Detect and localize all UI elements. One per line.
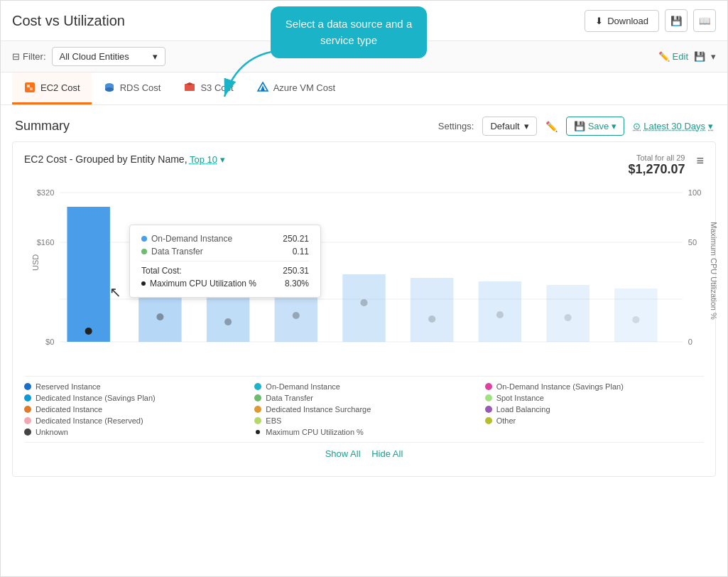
chevron-down-icon[interactable]: ▾ — [220, 154, 225, 165]
svg-text:$0: $0 — [45, 338, 54, 346]
tabs-bar: EC2 Cost RDS Cost S3 Cost — [1, 72, 727, 105]
save-dropdown-button[interactable]: 💾 Save ▾ — [566, 117, 625, 136]
tab-ec2-cost[interactable]: EC2 Cost — [12, 72, 92, 104]
data-transfer-dot — [141, 249, 147, 254]
tooltip-on-demand-row: On-Demand Instance 250.21 — [141, 234, 309, 244]
legend-dot-spot — [485, 394, 492, 401]
legend-dot-other — [485, 417, 492, 424]
chart-top10[interactable]: Top 10 — [190, 154, 217, 165]
tooltip-cpu-row: Maximum CPU Utilization % 8.30% — [141, 279, 309, 288]
ec2-icon — [23, 81, 36, 94]
callout-bubble: Select a data source and a service type — [271, 6, 427, 58]
azure-icon — [256, 81, 269, 94]
edit-button[interactable]: ✏️ Edit — [658, 51, 688, 62]
datapoint-7 — [496, 311, 504, 318]
settings-pencil-button[interactable]: ✏️ — [545, 121, 558, 132]
download-icon: ⬇ — [595, 16, 603, 26]
datapoint-8 — [565, 314, 572, 321]
hide-all-link[interactable]: Hide All — [371, 448, 403, 459]
svg-text:$160: $160 — [37, 238, 55, 247]
book-icon-button[interactable]: 📖 — [693, 9, 716, 32]
legend-ebs: EBS — [254, 416, 473, 425]
book-icon: 📖 — [699, 16, 711, 26]
date-range-button[interactable]: ⊙ Latest 30 Days ▾ — [633, 121, 713, 131]
datapoint-9 — [632, 316, 639, 323]
summary-controls: Settings: Default ▾ ✏️ 💾 Save ▾ ⊙ Latest… — [438, 117, 713, 136]
filter-select-dropdown[interactable]: All Cloud Entities ▾ — [52, 47, 165, 66]
tab-azure-vm-cost[interactable]: Azure VM Cost — [245, 72, 347, 104]
legend-dedicated-reserved: Dedicated Instance (Reserved) — [24, 416, 243, 425]
page-title: Cost vs Utilization — [12, 13, 125, 29]
bar-5[interactable] — [342, 274, 385, 342]
filter-save-button[interactable]: 💾 — [694, 51, 705, 62]
svg-point-6 — [105, 87, 114, 92]
legend-dot-data-transfer — [254, 394, 261, 401]
show-hide-controls: Show All Hide All — [24, 442, 704, 465]
summary-title: Summary — [15, 119, 70, 134]
save-icon: 💾 — [574, 121, 585, 131]
svg-rect-3 — [30, 87, 33, 90]
tooltip-data-transfer-row: Data Transfer 0.11 — [141, 247, 309, 257]
legend-unknown: Unknown — [24, 428, 243, 436]
svg-text:USD: USD — [31, 254, 40, 271]
legend-other: Other — [485, 416, 704, 425]
chart-area: $320 $160 $0 100 50 0 USD Maximum CPU Ut… — [24, 185, 704, 370]
legend-on-demand: On-Demand Instance — [254, 382, 473, 391]
chevron-down-icon: ▾ — [153, 51, 158, 62]
chevron-down-icon: ▾ — [711, 51, 716, 62]
tab-azure-vm-label: Azure VM Cost — [273, 82, 335, 93]
svg-text:0: 0 — [688, 338, 692, 346]
chart-total-label: Total for all 29 — [628, 153, 685, 162]
chart-total: Total for all 29 $1,270.07 — [628, 153, 685, 177]
tooltip-divider — [141, 261, 309, 261]
page-header: Cost vs Utilization Select a data source… — [1, 1, 727, 41]
legend-dot-dedicated-savings — [24, 394, 31, 401]
svg-text:50: 50 — [688, 238, 697, 247]
filter-right: ✏️ Edit 💾 ▾ — [658, 51, 716, 62]
datapoint-6 — [428, 316, 435, 323]
bar-8[interactable] — [546, 285, 589, 342]
chart-title-area: EC2 Cost - Grouped by Entity Name, Top 1… — [24, 153, 225, 165]
tooltip-total-row: Total Cost: 250.31 — [141, 266, 309, 276]
legend-dot-load — [485, 406, 492, 413]
chart-legend: Reserved Instance On-Demand Instance On-… — [24, 376, 704, 442]
bar-9[interactable] — [614, 288, 657, 342]
show-all-link[interactable]: Show All — [325, 448, 361, 459]
legend-dot-ebs — [254, 417, 261, 424]
legend-dot-ded-reserved — [24, 417, 31, 424]
bar-1[interactable] — [67, 207, 109, 342]
chart-menu-button[interactable]: ≡ — [696, 153, 704, 168]
save-icon: 💾 — [670, 16, 683, 26]
svg-text:$320: $320 — [37, 188, 55, 197]
legend-cpu-util: Maximum CPU Utilization % — [254, 428, 473, 436]
tab-rds-cost[interactable]: RDS Cost — [92, 72, 173, 104]
chart-container: EC2 Cost - Grouped by Entity Name, Top 1… — [12, 141, 716, 477]
settings-label: Settings: — [438, 121, 474, 131]
legend-dedicated-surcharge: Dedicated Instance Surcharge — [254, 405, 473, 414]
tab-s3-cost[interactable]: S3 Cost — [172, 72, 244, 104]
chart-svg: $320 $160 $0 100 50 0 USD Maximum CPU Ut… — [24, 185, 704, 356]
filter-chevron-button[interactable]: ▾ — [711, 51, 716, 62]
datapoint-1 — [85, 328, 92, 335]
datapoint-4 — [293, 312, 300, 319]
chart-tooltip: On-Demand Instance 250.21 Data Transfer … — [129, 225, 321, 298]
pencil-icon: ✏️ — [658, 51, 670, 62]
legend-dot-dedicated — [24, 406, 31, 413]
tab-ec2-label: EC2 Cost — [40, 82, 80, 93]
tab-s3-label: S3 Cost — [200, 82, 233, 93]
summary-header: Summary Settings: Default ▾ ✏️ 💾 Save ▾ … — [1, 105, 727, 141]
svg-text:100: 100 — [688, 188, 701, 197]
datapoint-2 — [156, 313, 163, 320]
legend-dot-unknown — [24, 428, 31, 436]
legend-dot-cpu — [256, 430, 260, 434]
download-button[interactable]: ⬇ Download — [585, 10, 659, 32]
settings-select[interactable]: Default ▾ — [482, 117, 536, 136]
legend-spot-instance: Spot Instance — [485, 394, 704, 402]
save-floppy-icon: 💾 — [694, 51, 705, 62]
svg-rect-2 — [27, 85, 30, 87]
datapoint-3 — [224, 318, 232, 325]
rds-icon — [103, 81, 116, 94]
chart-title: EC2 Cost - Grouped by Entity Name, — [24, 153, 188, 165]
bar-6[interactable] — [411, 278, 453, 342]
save-icon-button[interactable]: 💾 — [665, 9, 688, 32]
